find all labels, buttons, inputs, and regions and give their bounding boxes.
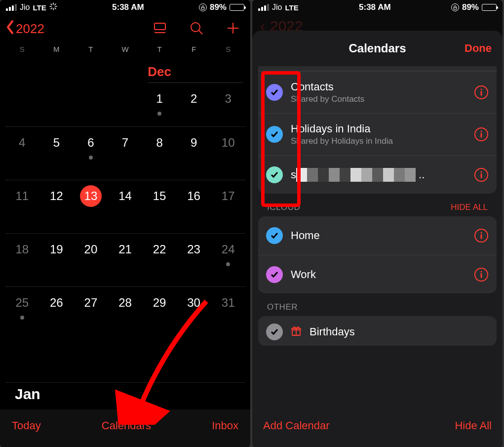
inbox-button[interactable]: Inbox (212, 419, 238, 432)
day-cell[interactable]: 29 (142, 292, 177, 340)
list-view-icon[interactable] (153, 21, 167, 38)
day-cell[interactable]: 20 (74, 239, 108, 286)
svg-rect-22 (481, 173, 482, 178)
calendar-row[interactable]: s .. (258, 155, 497, 194)
checkbox-checked-icon[interactable] (266, 84, 283, 101)
back-button[interactable]: 2022 (6, 20, 44, 38)
day-cell[interactable]: 15 (142, 185, 177, 233)
day-cell[interactable]: 30 (177, 292, 211, 340)
calendar-row[interactable]: Birthdays (258, 316, 497, 346)
calendar-title: Work (291, 268, 466, 281)
day-cell[interactable]: 24 (211, 239, 245, 286)
day-cell[interactable]: 27 (74, 292, 108, 340)
back-label: 2022 (16, 21, 44, 37)
carrier-label: Jio (20, 3, 30, 12)
day-cell[interactable]: 16 (177, 185, 211, 233)
calendar-grid[interactable]: 1 2 3 4 5 6 7 8 9 10 11 12 13 14 15 16 1… (0, 83, 250, 382)
day-cell[interactable]: 8 (142, 132, 177, 180)
calendar-row[interactable]: Work (258, 255, 497, 293)
sheet-header: Calendars Done (252, 31, 503, 66)
battery-icon (482, 4, 497, 11)
info-icon[interactable] (474, 228, 489, 243)
day-cell[interactable]: 4 (5, 132, 39, 180)
calendar-title: s (291, 168, 296, 181)
orientation-lock-icon (199, 3, 207, 11)
hide-all-button[interactable]: HIDE ALL (451, 203, 488, 212)
svg-rect-25 (481, 234, 482, 239)
calendar-title: Holidays in India (291, 122, 466, 135)
today-button[interactable]: Today (12, 419, 41, 432)
calendars-sheet: Calendars Done Contacts Shared by Contac… (252, 31, 503, 447)
day-cell[interactable]: 28 (108, 292, 143, 340)
day-cell[interactable]: 21 (108, 239, 143, 286)
next-month-label[interactable]: Jan (5, 382, 245, 409)
search-icon[interactable] (189, 21, 204, 38)
day-cell[interactable]: 6 (74, 132, 108, 180)
checkbox-checked-icon[interactable] (266, 324, 283, 340)
network-label: LTE (285, 3, 298, 12)
day-cell[interactable]: 7 (108, 132, 143, 180)
svg-point-15 (480, 88, 482, 90)
info-icon[interactable] (474, 167, 489, 182)
day-cell[interactable]: 17 (211, 185, 245, 233)
svg-point-27 (480, 271, 482, 272)
info-icon[interactable] (474, 85, 489, 100)
battery-icon (230, 4, 244, 11)
day-cell[interactable]: 12 (39, 185, 74, 233)
status-bar: Jio LTE 5:38 AM 89% (0, 0, 250, 13)
svg-line-6 (51, 8, 52, 9)
carrier-label: Jio (272, 3, 282, 12)
clock-label: 5:38 AM (359, 2, 391, 12)
svg-rect-19 (481, 133, 482, 138)
hide-all-button[interactable]: Hide All (455, 419, 492, 432)
calendar-title: Contacts (291, 81, 466, 93)
calendar-group-other: Birthdays (258, 316, 497, 346)
day-cell[interactable]: 10 (211, 132, 245, 180)
calendar-row[interactable]: Contacts Shared by Contacts (258, 71, 497, 113)
day-cell[interactable]: 11 (5, 185, 39, 233)
day-cell[interactable]: 18 (5, 239, 39, 286)
info-icon[interactable] (474, 127, 489, 142)
calendars-button[interactable]: Calendars (102, 419, 151, 432)
info-icon[interactable] (474, 267, 489, 282)
day-cell[interactable]: 19 (39, 239, 74, 286)
svg-point-18 (480, 130, 482, 132)
calendar-row[interactable]: Home (258, 216, 497, 255)
checkbox-checked-icon[interactable] (266, 227, 283, 244)
battery-pct-label: 89% (210, 2, 227, 12)
add-calendar-button[interactable]: Add Calendar (263, 419, 330, 432)
activity-spinner-icon (49, 2, 57, 13)
svg-line-7 (55, 4, 56, 5)
day-cell[interactable]: 22 (142, 239, 177, 286)
status-bar: Jio LTE 5:38 AM 89% (252, 0, 503, 13)
add-event-icon[interactable] (226, 21, 240, 38)
day-cell[interactable]: 9 (177, 132, 211, 180)
svg-line-11 (199, 31, 202, 34)
day-cell[interactable]: 26 (39, 292, 74, 340)
day-cell-today[interactable]: 13 (74, 185, 108, 233)
sheet-title: Calendars (349, 41, 406, 55)
svg-point-10 (191, 23, 200, 32)
day-cell[interactable]: 23 (177, 239, 211, 286)
calendar-subtitle: Shared by Holidays in India (291, 136, 466, 146)
day-cell[interactable]: 25 (5, 292, 39, 340)
done-button[interactable]: Done (465, 42, 492, 55)
day-cell[interactable]: 5 (39, 132, 74, 180)
day-cell[interactable]: 3 (211, 88, 245, 126)
day-cell[interactable]: 1 (142, 88, 177, 126)
checkbox-checked-icon[interactable] (266, 166, 283, 183)
day-cell[interactable]: 14 (108, 185, 143, 233)
redacted-text (296, 168, 416, 182)
gift-icon (291, 325, 302, 338)
checkbox-checked-icon[interactable] (266, 126, 283, 143)
calendar-group-icloud: Home Work (258, 216, 497, 293)
calendar-row[interactable]: Holidays in India Shared by Holidays in … (258, 113, 497, 155)
chevron-left-icon (6, 20, 15, 38)
day-cell[interactable]: 2 (177, 88, 211, 126)
bottom-toolbar: Today Calendars Inbox (0, 409, 250, 447)
signal-icon (6, 4, 17, 11)
day-cell[interactable]: 31 (211, 292, 245, 340)
month-label-row: Dec (0, 57, 250, 80)
checkbox-checked-icon[interactable] (266, 266, 283, 283)
weekday-header: S M T W T F S (0, 43, 250, 57)
